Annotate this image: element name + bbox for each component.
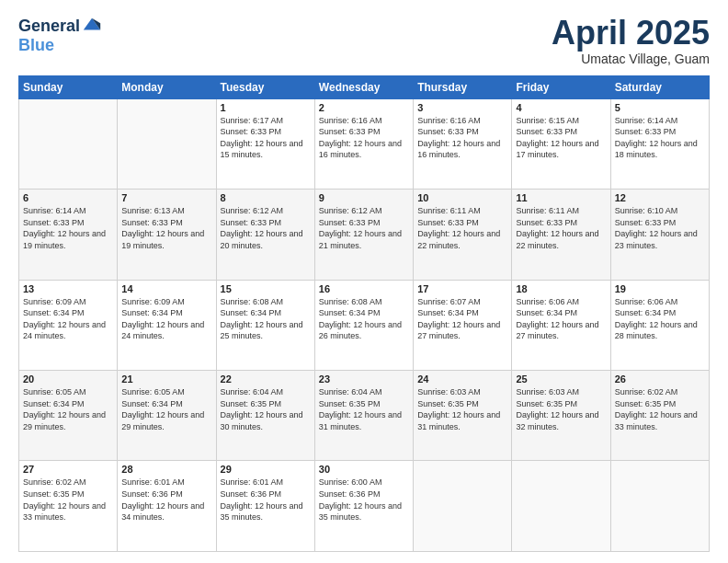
page: General Blue April 2025 Umatac Village, … bbox=[0, 0, 728, 563]
table-row: 10Sunrise: 6:11 AMSunset: 6:33 PMDayligh… bbox=[414, 190, 512, 280]
table-row: 30Sunrise: 6:00 AMSunset: 6:36 PMDayligh… bbox=[314, 461, 413, 552]
table-row: 8Sunrise: 6:12 AMSunset: 6:33 PMDaylight… bbox=[216, 190, 314, 280]
day-info: Sunrise: 6:08 AMSunset: 6:34 PMDaylight:… bbox=[319, 296, 409, 342]
table-row: 29Sunrise: 6:01 AMSunset: 6:36 PMDayligh… bbox=[216, 461, 314, 552]
day-number: 24 bbox=[417, 373, 507, 385]
day-info: Sunrise: 6:04 AMSunset: 6:35 PMDaylight:… bbox=[221, 386, 311, 432]
day-number: 1 bbox=[221, 102, 311, 113]
table-row: 7Sunrise: 6:13 AMSunset: 6:33 PMDaylight… bbox=[118, 190, 216, 280]
day-number: 11 bbox=[516, 192, 606, 203]
day-info: Sunrise: 6:01 AMSunset: 6:36 PMDaylight:… bbox=[221, 477, 311, 523]
table-row bbox=[118, 98, 216, 189]
day-info: Sunrise: 6:06 AMSunset: 6:34 PMDaylight:… bbox=[516, 296, 606, 342]
day-info: Sunrise: 6:04 AMSunset: 6:35 PMDaylight:… bbox=[319, 386, 409, 432]
col-friday: Friday bbox=[512, 75, 610, 98]
table-row: 14Sunrise: 6:09 AMSunset: 6:34 PMDayligh… bbox=[118, 280, 216, 370]
table-row: 9Sunrise: 6:12 AMSunset: 6:33 PMDaylight… bbox=[314, 190, 413, 280]
day-number: 30 bbox=[319, 464, 409, 475]
table-row: 23Sunrise: 6:04 AMSunset: 6:35 PMDayligh… bbox=[314, 371, 413, 461]
calendar-week-row: 6Sunrise: 6:14 AMSunset: 6:33 PMDaylight… bbox=[19, 190, 710, 280]
day-number: 29 bbox=[221, 464, 311, 475]
table-row: 3Sunrise: 6:16 AMSunset: 6:33 PMDaylight… bbox=[414, 98, 512, 189]
day-info: Sunrise: 6:08 AMSunset: 6:34 PMDaylight:… bbox=[221, 296, 311, 342]
table-row: 19Sunrise: 6:06 AMSunset: 6:34 PMDayligh… bbox=[610, 280, 709, 370]
table-row bbox=[610, 461, 709, 552]
calendar-header-row: Sunday Monday Tuesday Wednesday Thursday… bbox=[19, 75, 710, 98]
day-number: 23 bbox=[319, 373, 409, 385]
col-thursday: Thursday bbox=[414, 75, 512, 98]
day-number: 5 bbox=[615, 102, 705, 113]
table-row bbox=[19, 98, 118, 189]
table-row: 28Sunrise: 6:01 AMSunset: 6:36 PMDayligh… bbox=[118, 461, 216, 552]
table-row: 21Sunrise: 6:05 AMSunset: 6:34 PMDayligh… bbox=[118, 371, 216, 461]
table-row: 1Sunrise: 6:17 AMSunset: 6:33 PMDaylight… bbox=[216, 98, 314, 189]
day-number: 21 bbox=[121, 373, 211, 385]
day-number: 2 bbox=[319, 102, 409, 113]
col-monday: Monday bbox=[118, 75, 216, 98]
day-info: Sunrise: 6:11 AMSunset: 6:33 PMDaylight:… bbox=[516, 205, 606, 251]
day-number: 15 bbox=[221, 283, 311, 294]
table-row: 11Sunrise: 6:11 AMSunset: 6:33 PMDayligh… bbox=[512, 190, 610, 280]
day-info: Sunrise: 6:03 AMSunset: 6:35 PMDaylight:… bbox=[516, 386, 606, 432]
day-number: 22 bbox=[221, 373, 311, 385]
day-number: 9 bbox=[319, 192, 409, 203]
table-row: 5Sunrise: 6:14 AMSunset: 6:33 PMDaylight… bbox=[610, 98, 709, 189]
day-number: 14 bbox=[121, 283, 211, 294]
table-row: 27Sunrise: 6:02 AMSunset: 6:35 PMDayligh… bbox=[19, 461, 118, 552]
table-row: 17Sunrise: 6:07 AMSunset: 6:34 PMDayligh… bbox=[414, 280, 512, 370]
logo: General Blue bbox=[18, 15, 102, 53]
day-info: Sunrise: 6:14 AMSunset: 6:33 PMDaylight:… bbox=[23, 205, 113, 251]
calendar-week-row: 20Sunrise: 6:05 AMSunset: 6:34 PMDayligh… bbox=[19, 371, 710, 461]
day-info: Sunrise: 6:09 AMSunset: 6:34 PMDaylight:… bbox=[121, 296, 211, 342]
day-number: 7 bbox=[121, 192, 211, 203]
day-number: 10 bbox=[417, 192, 507, 203]
day-info: Sunrise: 6:02 AMSunset: 6:35 PMDaylight:… bbox=[23, 477, 113, 523]
col-wednesday: Wednesday bbox=[314, 75, 413, 98]
day-info: Sunrise: 6:05 AMSunset: 6:34 PMDaylight:… bbox=[121, 386, 211, 432]
day-number: 16 bbox=[319, 283, 409, 294]
table-row bbox=[512, 461, 610, 552]
col-sunday: Sunday bbox=[19, 75, 118, 98]
day-info: Sunrise: 6:07 AMSunset: 6:34 PMDaylight:… bbox=[417, 296, 507, 342]
header: General Blue April 2025 Umatac Village, … bbox=[18, 15, 710, 66]
day-number: 19 bbox=[615, 283, 705, 294]
table-row: 13Sunrise: 6:09 AMSunset: 6:34 PMDayligh… bbox=[19, 280, 118, 370]
table-row: 15Sunrise: 6:08 AMSunset: 6:34 PMDayligh… bbox=[216, 280, 314, 370]
table-row: 25Sunrise: 6:03 AMSunset: 6:35 PMDayligh… bbox=[512, 371, 610, 461]
table-row: 24Sunrise: 6:03 AMSunset: 6:35 PMDayligh… bbox=[414, 371, 512, 461]
day-info: Sunrise: 6:16 AMSunset: 6:33 PMDaylight:… bbox=[417, 115, 507, 161]
day-info: Sunrise: 6:12 AMSunset: 6:33 PMDaylight:… bbox=[319, 205, 409, 251]
table-row bbox=[414, 461, 512, 552]
day-info: Sunrise: 6:16 AMSunset: 6:33 PMDaylight:… bbox=[319, 115, 409, 161]
day-info: Sunrise: 6:10 AMSunset: 6:33 PMDaylight:… bbox=[615, 205, 705, 251]
day-info: Sunrise: 6:06 AMSunset: 6:34 PMDaylight:… bbox=[615, 296, 705, 342]
day-info: Sunrise: 6:13 AMSunset: 6:33 PMDaylight:… bbox=[121, 205, 211, 251]
main-title: April 2025 bbox=[552, 15, 710, 52]
day-info: Sunrise: 6:02 AMSunset: 6:35 PMDaylight:… bbox=[615, 386, 705, 432]
day-info: Sunrise: 6:14 AMSunset: 6:33 PMDaylight:… bbox=[615, 115, 705, 161]
day-number: 8 bbox=[221, 192, 311, 203]
day-info: Sunrise: 6:09 AMSunset: 6:34 PMDaylight:… bbox=[23, 296, 113, 342]
subtitle: Umatac Village, Guam bbox=[552, 52, 710, 66]
day-info: Sunrise: 6:01 AMSunset: 6:36 PMDaylight:… bbox=[121, 477, 211, 523]
table-row: 6Sunrise: 6:14 AMSunset: 6:33 PMDaylight… bbox=[19, 190, 118, 280]
day-number: 13 bbox=[23, 283, 113, 294]
calendar-table: Sunday Monday Tuesday Wednesday Thursday… bbox=[18, 75, 710, 552]
table-row: 20Sunrise: 6:05 AMSunset: 6:34 PMDayligh… bbox=[19, 371, 118, 461]
table-row: 22Sunrise: 6:04 AMSunset: 6:35 PMDayligh… bbox=[216, 371, 314, 461]
table-row: 18Sunrise: 6:06 AMSunset: 6:34 PMDayligh… bbox=[512, 280, 610, 370]
table-row: 4Sunrise: 6:15 AMSunset: 6:33 PMDaylight… bbox=[512, 98, 610, 189]
day-number: 12 bbox=[615, 192, 705, 203]
day-info: Sunrise: 6:03 AMSunset: 6:35 PMDaylight:… bbox=[417, 386, 507, 432]
day-number: 18 bbox=[516, 283, 606, 294]
calendar-week-row: 1Sunrise: 6:17 AMSunset: 6:33 PMDaylight… bbox=[19, 98, 710, 189]
day-number: 17 bbox=[417, 283, 507, 294]
table-row: 16Sunrise: 6:08 AMSunset: 6:34 PMDayligh… bbox=[314, 280, 413, 370]
col-tuesday: Tuesday bbox=[216, 75, 314, 98]
day-info: Sunrise: 6:15 AMSunset: 6:33 PMDaylight:… bbox=[516, 115, 606, 161]
day-number: 4 bbox=[516, 102, 606, 113]
logo-blue: Blue bbox=[18, 37, 54, 53]
day-number: 20 bbox=[23, 373, 113, 385]
title-block: April 2025 Umatac Village, Guam bbox=[552, 15, 710, 66]
day-number: 27 bbox=[23, 464, 113, 475]
